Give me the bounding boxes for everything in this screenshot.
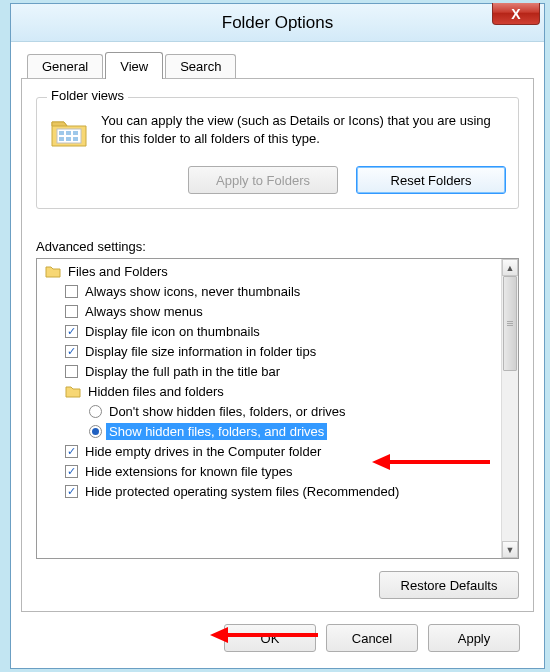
ok-button[interactable]: OK [224,624,316,652]
dialog-button-row: OK Cancel Apply [21,612,534,658]
checkbox-icon[interactable] [65,285,78,298]
checkbox-icon[interactable]: ✓ [65,325,78,338]
apply-to-folders-button[interactable]: Apply to Folders [188,166,338,194]
checkbox-icon[interactable]: ✓ [65,345,78,358]
advanced-settings-tree[interactable]: Files and Folders Always show icons, nev… [36,258,519,559]
folder-icon [45,263,61,279]
tabstrip: General View Search [27,50,534,78]
checkbox-icon[interactable] [65,365,78,378]
tree-item[interactable]: Display the full path in the title bar [37,361,501,381]
svg-rect-3 [73,131,78,135]
apply-button[interactable]: Apply [428,624,520,652]
tree-content: Files and Folders Always show icons, nev… [37,259,501,558]
tab-general[interactable]: General [27,54,103,78]
checkbox-icon[interactable]: ✓ [65,465,78,478]
folder-views-description: You can apply the view (such as Details … [101,112,506,152]
tree-item-radio-selected[interactable]: Show hidden files, folders, and drives [37,421,501,441]
scroll-up-button[interactable]: ▲ [502,259,518,276]
cancel-button[interactable]: Cancel [326,624,418,652]
tab-search[interactable]: Search [165,54,236,78]
folder-icon [49,112,89,152]
radio-icon[interactable] [89,405,102,418]
titlebar: Folder Options X [11,4,544,42]
svg-rect-5 [66,137,71,141]
checkbox-icon[interactable] [65,305,78,318]
vertical-scrollbar[interactable]: ▲ ▼ [501,259,518,558]
checkbox-icon[interactable]: ✓ [65,485,78,498]
svg-rect-4 [59,137,64,141]
close-button[interactable]: X [492,3,540,25]
scroll-down-button[interactable]: ▼ [502,541,518,558]
tab-pane-view: Folder views You can app [21,78,534,612]
svg-rect-6 [73,137,78,141]
tree-item[interactable]: ✓ Hide empty drives in the Computer fold… [37,441,501,461]
svg-rect-1 [59,131,64,135]
client-area: General View Search Folder views [11,42,544,668]
tree-item[interactable]: ✓ Hide protected operating system files … [37,481,501,501]
tree-item[interactable]: ✓ Hide extensions for known file types [37,461,501,481]
tree-root[interactable]: Files and Folders [37,261,501,281]
checkbox-icon[interactable]: ✓ [65,445,78,458]
folder-views-group-title: Folder views [47,88,128,103]
reset-folders-button[interactable]: Reset Folders [356,166,506,194]
tree-item[interactable]: Always show menus [37,301,501,321]
scroll-thumb[interactable] [503,276,517,371]
scroll-track[interactable] [502,276,518,541]
tree-item[interactable]: Always show icons, never thumbnails [37,281,501,301]
folder-views-group: Folder views You can app [36,97,519,209]
radio-icon[interactable] [89,425,102,438]
svg-rect-2 [66,131,71,135]
window-title: Folder Options [222,13,334,33]
folder-icon [65,383,81,399]
folder-options-window: Folder Options X General View Search Fol… [10,3,545,669]
tree-hidden-folder[interactable]: Hidden files and folders [37,381,501,401]
restore-defaults-button[interactable]: Restore Defaults [379,571,519,599]
tree-item[interactable]: ✓ Display file size information in folde… [37,341,501,361]
tab-view[interactable]: View [105,52,163,79]
tree-item-radio[interactable]: Don't show hidden files, folders, or dri… [37,401,501,421]
advanced-settings-label: Advanced settings: [36,239,519,254]
tree-item[interactable]: ✓ Display file icon on thumbnails [37,321,501,341]
